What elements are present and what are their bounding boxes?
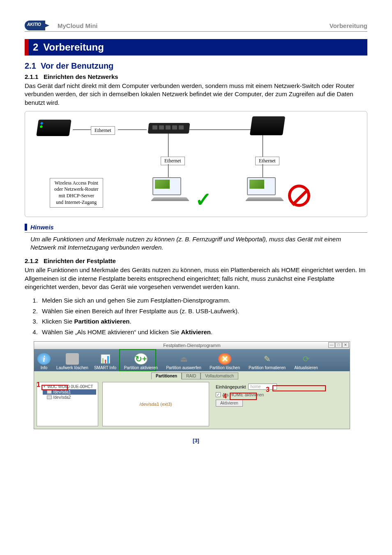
screenshot-disk-utility: 2 Festplatten-Dienstprogramm — □ ✕ iInfo… [34, 341, 350, 429]
connector-line [73, 130, 91, 130]
section-heading-2-1: 2.1 Vor der Benutzung [25, 61, 367, 71]
connector-line [168, 134, 168, 157]
partition-map[interactable]: /dev/sda1 (ext3) [102, 382, 209, 426]
hint-title: Hinweis [25, 224, 367, 231]
header-section-name: Vorbereitung [330, 22, 367, 29]
toolbar-label: Partition löschen [205, 365, 244, 370]
laptop-icon [152, 177, 189, 202]
tab-raid[interactable]: RAID [182, 372, 201, 379]
subsection-number: 2.1.1 [25, 73, 38, 80]
tabs-row: Partitionen RAID Vollautomatisch [34, 371, 350, 379]
paragraph-hdd-intro: Um alle Funktionen und Merkmale des Gerä… [25, 266, 367, 291]
refresh-icon: ⟳ [300, 353, 313, 365]
toolbar-label: Partition auswerfen [162, 365, 205, 370]
callout-4: 4 [223, 393, 227, 400]
ethernet-label: Ethernet [91, 126, 115, 135]
forbidden-icon [288, 185, 310, 207]
step-text: Wählen Sie „Als HOME aktivieren“ und kli… [42, 328, 181, 335]
step-text: Wählen Sie einen Bereich auf Ihrer Festp… [42, 308, 239, 314]
toolbar-label: Partition aktivieren [120, 365, 162, 370]
toolbar-info-button[interactable]: iInfo [34, 353, 54, 371]
callout-1: 1 [37, 381, 40, 388]
ethernet-label: Ethernet [161, 157, 185, 165]
close-icon[interactable]: ✕ [342, 342, 349, 348]
router-label-line: Wireless Access Point [54, 180, 99, 187]
router-label-box: Wireless Access Point oder Netzwerk-Rout… [50, 178, 103, 208]
subsection-title: Einrichten der Festplatte [44, 257, 116, 264]
toolbar-partition-delete-button[interactable]: ✕Partition löschen [205, 353, 244, 371]
eraser-icon [66, 353, 79, 365]
drive-icon [47, 390, 52, 394]
eject-icon: ⏏ [177, 353, 190, 365]
toolbar-label: Partition formatieren [244, 365, 290, 370]
router-label-line: mit DHCP-Server [54, 193, 99, 199]
connector-line [263, 164, 263, 178]
toolbar-partition-format-button[interactable]: ✎Partition formatieren [244, 353, 290, 371]
brand-logo-text: AKITIO [27, 22, 41, 27]
network-diagram: Ethernet Ethernet Ethernet Wireless Acce… [25, 111, 367, 217]
window-titlebar: Festplatten-Dienstprogramm — □ ✕ [34, 342, 350, 349]
section-number: 2.1 [25, 61, 36, 70]
toolbar-label: Laufwerk löschen [54, 365, 91, 370]
highlight-red [272, 385, 326, 391]
divider [25, 232, 367, 233]
step-item: Melden Sie sich an und gehen Sie zum Fes… [39, 295, 367, 306]
nas-device-icon-right [251, 116, 288, 137]
section-title: Vor der Benutzung [41, 61, 113, 70]
highlight-red [42, 385, 68, 390]
tree-partition[interactable]: /dev/sda2 [43, 395, 96, 400]
paragraph-network-intro: Das Gerät darf nicht direkt mit dem Comp… [25, 82, 367, 107]
delete-icon: ✕ [218, 353, 231, 365]
toolbar-label: Info [34, 365, 54, 370]
connector-line [118, 130, 147, 130]
window-title: Festplatten-Dienstprogramm [163, 343, 220, 348]
connector-line [168, 164, 168, 178]
nas-device-icon [37, 120, 74, 140]
tab-auto[interactable]: Vollautomatisch [201, 372, 238, 379]
brand-logo: AKITIO [25, 21, 53, 30]
checkbox-icon: ✓ [216, 392, 221, 397]
activate-icon: ↻+ [134, 353, 148, 365]
chapter-heading: 2Vorbereitung [25, 39, 367, 56]
toolbar-refresh-button[interactable]: ⟳Aktualisieren [290, 353, 323, 371]
subsection-number: 2.1.2 [25, 257, 38, 264]
window-controls: — □ ✕ [328, 342, 349, 348]
header-product-name: MyCloud Mini [58, 22, 98, 29]
connector-line [189, 130, 251, 130]
toolbar-label: Aktualisieren [290, 365, 323, 370]
router-label-line: oder Netzwerk-Router [54, 186, 99, 193]
info-icon: i [37, 353, 51, 365]
step-text: Melden Sie sich an und gehen Sie zum Fes… [42, 297, 231, 304]
smart-icon: 📊 [99, 353, 112, 365]
toolbar-partition-eject-button[interactable]: ⏏Partition auswerfen [162, 353, 205, 371]
highlight-red [230, 393, 257, 400]
step-text: . [211, 328, 212, 335]
toolbar-smart-button[interactable]: 📊SMART Info [91, 353, 120, 371]
switch-device-icon [148, 123, 185, 143]
tab-partitions[interactable]: Partitionen [151, 372, 182, 379]
step-bold: Aktivieren [181, 328, 211, 335]
drive-icon [47, 395, 52, 399]
header-left: AKITIO MyCloud Mini [25, 21, 98, 30]
page-number: [3] [25, 437, 367, 444]
step-text: . [129, 318, 131, 325]
step-item: Klicken Sie Partition aktivieren. [39, 316, 367, 327]
laptop-icon [247, 177, 284, 202]
step-item: Wählen Sie einen Bereich auf Ihrer Festp… [39, 306, 367, 317]
step-text: Klicken Sie [42, 318, 74, 325]
maximize-icon[interactable]: □ [335, 342, 342, 348]
mountpoint-label: Einhängepunkt [216, 384, 246, 389]
toolbar: iInfo Laufwerk löschen 📊SMART Info ↻+Par… [34, 349, 350, 371]
subsection-heading-2-1-2: 2.1.2 Einrichten der Festplatte [25, 257, 367, 264]
steps-list: Melden Sie sich an und gehen Sie zum Fes… [39, 295, 367, 337]
minimize-icon[interactable]: — [328, 342, 335, 348]
toolbar-delete-drive-button[interactable]: Laufwerk löschen [54, 353, 91, 371]
toolbar-partition-activate-button[interactable]: ↻+Partition aktivieren [120, 353, 162, 371]
chapter-title: Vorbereitung [43, 42, 104, 53]
tree-label: /dev/sda2 [53, 395, 71, 400]
callout-3: 3 [266, 386, 270, 393]
subsection-heading-2-1-1: 2.1.1 Einrichten des Netzwerks [25, 73, 367, 80]
format-icon: ✎ [261, 353, 274, 365]
step-bold: Partition aktivieren [74, 318, 129, 325]
activate-button[interactable]: Aktivieren [216, 400, 243, 407]
